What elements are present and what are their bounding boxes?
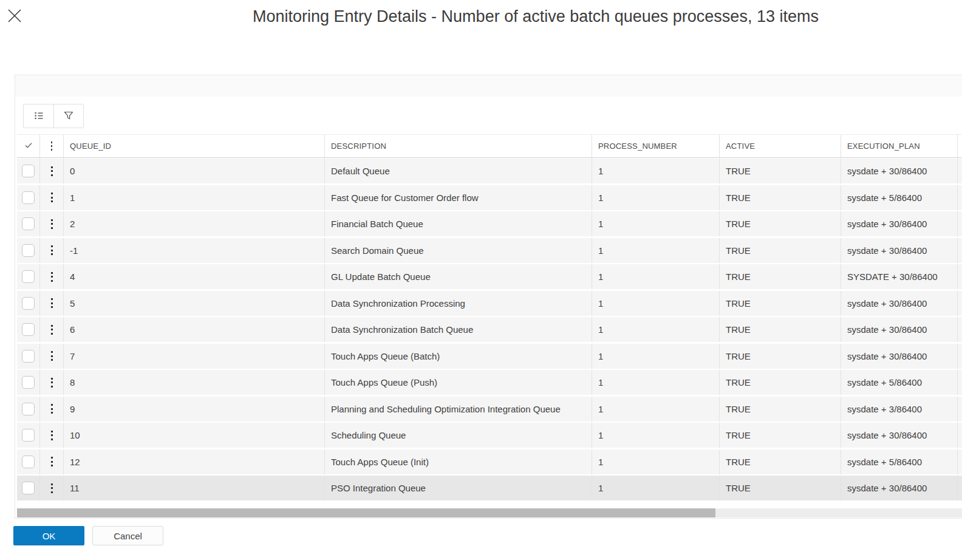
table-row[interactable]: 8 Touch Apps Queue (Push) 1 TRUE sysdate… xyxy=(17,370,962,395)
cell-overflow xyxy=(958,476,962,500)
row-checkbox-cell xyxy=(17,397,40,422)
cell-description: Data Synchronization Processing xyxy=(325,291,592,316)
cell-process-number: 1 xyxy=(592,423,720,448)
cell-description: Data Synchronization Batch Queue xyxy=(325,317,592,342)
cell-overflow xyxy=(958,397,962,422)
row-checkbox-cell xyxy=(17,317,40,342)
row-checkbox[interactable] xyxy=(22,244,35,257)
row-checkbox[interactable] xyxy=(22,165,35,177)
list-view-button[interactable] xyxy=(24,104,53,128)
cell-execution-plan: sysdate + 30/86400 xyxy=(841,159,958,183)
table-row[interactable]: 0 Default Queue 1 TRUE sysdate + 30/8640… xyxy=(17,159,962,183)
row-checkbox[interactable] xyxy=(22,323,35,336)
cancel-button[interactable]: Cancel xyxy=(92,526,163,545)
header-menu-cell[interactable] xyxy=(40,135,64,157)
cell-active: TRUE xyxy=(720,370,841,395)
cell-execution-plan: SYSDATE + 30/86400 xyxy=(841,264,958,289)
cell-process-number: 1 xyxy=(592,264,720,289)
row-menu-cell xyxy=(40,211,64,236)
row-menu-cell xyxy=(40,370,64,395)
column-header-process-number[interactable]: PROCESS_NUMBER xyxy=(592,135,720,157)
cell-queue-id: -1 xyxy=(64,238,325,263)
kebab-menu-icon[interactable] xyxy=(47,347,56,364)
table-row[interactable]: -1 Search Domain Queue 1 TRUE sysdate + … xyxy=(17,238,962,263)
table-row[interactable]: 4 GL Update Batch Queue 1 TRUE SYSDATE +… xyxy=(17,264,962,289)
row-checkbox[interactable] xyxy=(22,429,35,442)
ok-button[interactable]: OK xyxy=(13,526,84,545)
cell-queue-id: 2 xyxy=(64,211,325,236)
cell-overflow xyxy=(958,317,962,342)
cell-overflow xyxy=(958,370,962,395)
row-menu-cell xyxy=(40,291,64,316)
table-row[interactable]: 10 Scheduling Queue 1 TRUE sysdate + 30/… xyxy=(17,423,962,448)
kebab-menu-icon[interactable] xyxy=(47,374,56,391)
row-checkbox[interactable] xyxy=(22,297,35,310)
cell-process-number: 1 xyxy=(592,317,720,342)
kebab-menu-icon[interactable] xyxy=(47,427,56,444)
horizontal-scrollbar-thumb[interactable] xyxy=(17,508,715,517)
row-checkbox-cell xyxy=(17,449,40,474)
kebab-menu-icon[interactable] xyxy=(47,189,56,206)
table-row[interactable]: 5 Data Synchronization Processing 1 TRUE… xyxy=(17,291,962,316)
kebab-menu-icon[interactable] xyxy=(47,480,56,497)
kebab-menu-icon[interactable] xyxy=(47,400,56,417)
column-header-description[interactable]: DESCRIPTION xyxy=(325,135,592,157)
cell-active: TRUE xyxy=(720,185,841,210)
cell-execution-plan: sysdate + 30/86400 xyxy=(841,211,958,236)
kebab-menu-icon[interactable] xyxy=(47,216,56,233)
cell-description: Touch Apps Queue (Push) xyxy=(325,370,592,395)
row-menu-cell xyxy=(40,317,64,342)
row-checkbox[interactable] xyxy=(22,482,35,494)
row-checkbox[interactable] xyxy=(22,376,35,389)
cell-active: TRUE xyxy=(720,423,841,448)
table-row[interactable]: 1 Fast Queue for Customer Order flow 1 T… xyxy=(17,185,962,210)
cell-queue-id: 1 xyxy=(64,185,325,210)
table-row[interactable]: 7 Touch Apps Queue (Batch) 1 TRUE sysdat… xyxy=(17,344,962,369)
cell-execution-plan: sysdate + 30/86400 xyxy=(841,238,958,263)
close-icon[interactable] xyxy=(5,7,24,26)
cell-queue-id: 0 xyxy=(64,159,325,183)
select-all-header-cell[interactable] xyxy=(17,135,40,157)
table-row[interactable]: 9 Planning and Scheduling Optimization I… xyxy=(17,397,962,422)
row-checkbox[interactable] xyxy=(22,403,35,415)
table-row[interactable]: 2 Financial Batch Queue 1 TRUE sysdate +… xyxy=(17,211,962,236)
cell-description: PSO Integration Queue xyxy=(325,476,592,500)
kebab-menu-icon[interactable] xyxy=(47,321,56,338)
cell-execution-plan: sysdate + 30/86400 xyxy=(841,423,958,448)
cell-execution-plan: sysdate + 30/86400 xyxy=(841,476,958,500)
cell-process-number: 1 xyxy=(592,370,720,395)
table-row[interactable]: 11 PSO Integration Queue 1 TRUE sysdate … xyxy=(17,476,962,500)
cell-queue-id: 5 xyxy=(64,291,325,316)
cell-overflow xyxy=(958,291,962,316)
cell-process-number: 1 xyxy=(592,159,720,183)
table-row[interactable]: 6 Data Synchronization Batch Queue 1 TRU… xyxy=(17,317,962,342)
kebab-menu-icon[interactable] xyxy=(47,163,56,180)
kebab-menu-icon[interactable] xyxy=(47,295,56,312)
kebab-menu-icon[interactable] xyxy=(47,268,56,285)
cell-execution-plan: sysdate + 30/86400 xyxy=(841,344,958,369)
kebab-menu-icon xyxy=(47,138,56,154)
cell-execution-plan: sysdate + 5/86400 xyxy=(841,370,958,395)
cell-overflow xyxy=(958,264,962,289)
filter-button[interactable] xyxy=(53,104,83,128)
column-header-execution-plan[interactable]: EXECUTION_PLAN xyxy=(841,135,958,157)
row-checkbox[interactable] xyxy=(22,350,35,363)
row-checkbox[interactable] xyxy=(22,217,35,230)
cell-active: TRUE xyxy=(720,291,841,316)
monitoring-entry-details-dialog: Monitoring Entry Details - Number of act… xyxy=(0,0,962,560)
column-header-active[interactable]: ACTIVE xyxy=(720,135,841,157)
kebab-menu-icon[interactable] xyxy=(47,242,56,259)
cell-queue-id: 7 xyxy=(64,344,325,369)
cell-overflow xyxy=(958,449,962,474)
row-checkbox[interactable] xyxy=(22,456,35,468)
kebab-menu-icon[interactable] xyxy=(47,453,56,470)
cell-queue-id: 4 xyxy=(64,264,325,289)
cell-execution-plan: sysdate + 3/86400 xyxy=(841,397,958,422)
horizontal-scrollbar-track[interactable] xyxy=(17,508,962,517)
table-row[interactable]: 12 Touch Apps Queue (Init) 1 TRUE sysdat… xyxy=(17,449,962,474)
row-checkbox-cell xyxy=(17,344,40,369)
column-header-queue-id[interactable]: QUEUE_ID xyxy=(64,135,325,157)
cell-overflow xyxy=(958,344,962,369)
row-checkbox[interactable] xyxy=(22,270,35,283)
row-checkbox[interactable] xyxy=(22,191,35,204)
